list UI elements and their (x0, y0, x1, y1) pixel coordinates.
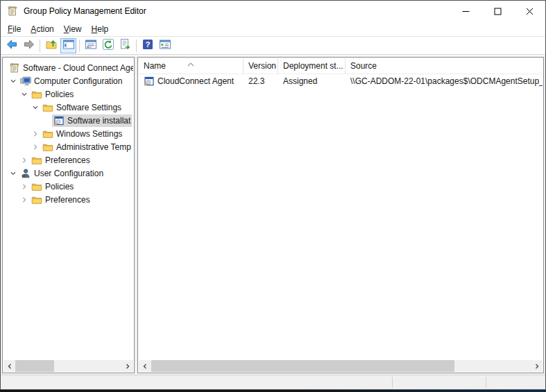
column-header-name[interactable]: Name (139, 58, 244, 74)
chevron-collapsed-icon[interactable] (30, 130, 41, 137)
maximize-button[interactable] (481, 1, 513, 22)
up-one-level-icon (45, 38, 58, 53)
forward-button[interactable] (21, 38, 37, 53)
back-icon (6, 38, 18, 53)
list-body: CloudConnect Agent22.3Assigned\\GC-ADDOM… (139, 74, 543, 360)
tree-item-content[interactable]: Administrative Temp (41, 141, 133, 153)
toolbar-separator (40, 40, 40, 52)
scroll-left-icon[interactable] (3, 360, 15, 372)
console-tree-panel: Software - Cloud Connect AgerComputer Co… (2, 57, 135, 373)
chevron-collapsed-icon[interactable] (19, 196, 30, 203)
tree-item-preferences[interactable]: Preferences (3, 153, 133, 167)
tree-item-software-installat[interactable]: Software installat (3, 114, 133, 127)
chevron-collapsed-icon[interactable] (19, 183, 30, 190)
tree-item-content[interactable]: Policies (30, 180, 75, 193)
column-header-version[interactable]: Version (244, 58, 278, 74)
cell-text: 22.3 (248, 76, 264, 86)
cell-text: Assigned (283, 76, 317, 86)
tree-item-content[interactable]: Software - Cloud Connect Ager (8, 62, 133, 74)
folder-icon (31, 194, 42, 205)
tree-item-policies[interactable]: Policies (3, 87, 133, 101)
package-icon (53, 115, 65, 126)
tree-item-content[interactable]: Windows Settings (41, 128, 123, 140)
column-header-label: Name (144, 61, 166, 71)
tree-item-preferences[interactable]: Preferences (3, 193, 133, 206)
menu-view[interactable]: View (64, 24, 82, 34)
tree-item-label: User Configuration (34, 169, 103, 178)
tree-item-administrative-temp[interactable]: Administrative Temp (3, 140, 133, 153)
tree-item-software-cloud-connect-ager[interactable]: Software - Cloud Connect Ager (3, 61, 133, 74)
menu-file[interactable]: File (8, 24, 21, 34)
tree-item-content[interactable]: User Configuration (19, 167, 105, 180)
scroll-right-icon[interactable] (531, 360, 543, 372)
scroll-icon (9, 62, 20, 74)
tree-item-software-settings[interactable]: Software Settings (3, 101, 133, 114)
folder-icon (42, 142, 53, 153)
gpme-window: Group Policy Management Editor FileActio… (0, 0, 546, 390)
gpme-scroll-icon (7, 6, 18, 17)
tree-item-windows-settings[interactable]: Windows Settings (3, 127, 133, 140)
title-bar[interactable]: Group Policy Management Editor (1, 1, 545, 22)
properties-icon (85, 38, 97, 53)
list-row[interactable]: CloudConnect Agent22.3Assigned\\GC-ADDOM… (139, 74, 543, 88)
show-console-tree-icon (62, 38, 75, 53)
computer-icon (20, 76, 31, 87)
svg-text:?: ? (145, 40, 150, 49)
show-console-tree-button[interactable] (60, 38, 76, 53)
column-header-label: Version (248, 61, 276, 71)
menu-help[interactable]: Help (92, 24, 109, 34)
user-icon (20, 168, 31, 179)
chevron-collapsed-icon[interactable] (30, 144, 41, 151)
chevron-expanded-icon[interactable] (19, 91, 30, 98)
folder-icon (31, 155, 42, 166)
tree-item-content[interactable]: Computer Configuration (19, 75, 123, 87)
close-button[interactable] (513, 1, 545, 22)
tree-item-label: Policies (45, 182, 74, 191)
scrollbar-thumb[interactable] (15, 360, 54, 372)
scrollbar-thumb[interactable] (151, 360, 454, 372)
refresh-button[interactable] (100, 38, 116, 53)
tree-item-content[interactable]: Preferences (30, 194, 92, 206)
window-title: Group Policy Management Editor (24, 6, 146, 16)
help-icon: ? (142, 38, 154, 53)
tree-item-content[interactable]: Policies (30, 88, 75, 101)
tree-item-policies[interactable]: Policies (3, 180, 133, 193)
help-button[interactable]: ? (139, 38, 155, 53)
toolbar-separator (79, 40, 80, 52)
column-header-deployment-st[interactable]: Deployment st... (278, 58, 345, 74)
tree-item-label: Preferences (45, 195, 90, 205)
column-header-label: Deployment st... (283, 61, 343, 71)
status-separator (486, 377, 486, 388)
properties-button[interactable] (83, 38, 99, 53)
main-area: Software - Cloud Connect AgerComputer Co… (1, 56, 545, 375)
tree-item-content[interactable]: Software Settings (41, 101, 123, 114)
tree-horizontal-scrollbar[interactable] (3, 360, 133, 372)
menu-action[interactable]: Action (31, 24, 53, 34)
export-list-button[interactable] (117, 38, 133, 53)
tree-item-computer-configuration[interactable]: Computer Configuration (3, 74, 133, 87)
chevron-collapsed-icon[interactable] (19, 157, 30, 164)
list-header: NameVersionDeployment st...Source (139, 58, 543, 74)
scroll-right-icon[interactable] (121, 360, 133, 372)
console-window-button[interactable] (157, 38, 173, 53)
list-horizontal-scrollbar[interactable] (139, 360, 543, 372)
tree-item-label: Policies (45, 90, 74, 99)
folder-icon (42, 102, 53, 113)
chevron-expanded-icon[interactable] (8, 170, 19, 177)
up-one-level-button[interactable] (43, 38, 59, 53)
cell-text: \\GC-ADDOM-22-01\packages$\ODCMAgentSetu… (350, 76, 543, 86)
results-panel: NameVersionDeployment st...Source CloudC… (137, 57, 544, 373)
column-header-source[interactable]: Source (345, 58, 543, 74)
tree-item-content[interactable]: Software installat (52, 114, 132, 127)
scroll-left-icon[interactable] (139, 360, 151, 372)
tree-item-content[interactable]: Preferences (30, 154, 92, 167)
back-button[interactable] (3, 38, 19, 53)
minimize-button[interactable] (450, 1, 481, 22)
tree-item-user-configuration[interactable]: User Configuration (3, 167, 133, 180)
tree-item-label: Windows Settings (56, 129, 122, 139)
tree-item-label: Software Settings (56, 103, 121, 112)
chevron-expanded-icon[interactable] (8, 78, 19, 85)
folder-icon (31, 181, 42, 192)
chevron-expanded-icon[interactable] (30, 104, 41, 111)
cell-source: \\GC-ADDOM-22-01\packages$\ODCMAgentSetu… (345, 74, 543, 88)
